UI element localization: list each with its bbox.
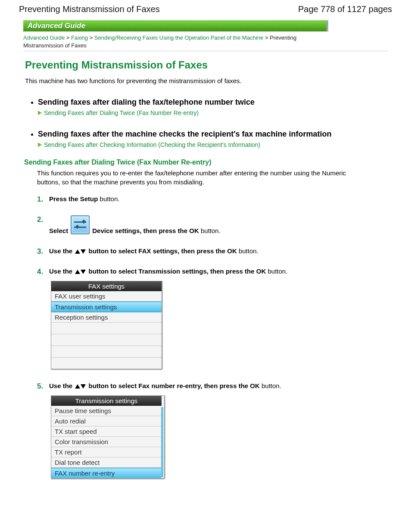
- intro-text: This machine has two functions for preve…: [25, 77, 386, 84]
- feature-2-link[interactable]: Sending Faxes after Checking Information…: [44, 141, 260, 148]
- lcd-row-selected: FAX number re-entry: [51, 468, 162, 478]
- lcd-row-empty: [51, 323, 162, 334]
- lcd-row: Reception settings: [51, 312, 162, 323]
- step-1: Press the Setup button.: [37, 195, 393, 202]
- arrow-right-icon: [38, 111, 42, 115]
- steps-list: Press the Setup button. Select Device se…: [37, 195, 393, 479]
- breadcrumb-faxing[interactable]: Faxing: [71, 34, 88, 41]
- feature-1-title: Sending faxes after dialing the fax/tele…: [38, 95, 385, 109]
- arrow-right-icon: [38, 143, 42, 147]
- page-header: Preventing Mistransmission of Faxes Page…: [18, 4, 393, 14]
- up-down-icon: [75, 270, 86, 274]
- step-5: Use the button to select Fax number re-e…: [37, 382, 393, 479]
- lcd-row-selected: Transmission settings: [51, 302, 162, 312]
- lcd-row: TX report: [51, 447, 162, 457]
- lcd-row: Auto redial: [51, 416, 162, 426]
- lcd-title: Transmission settings: [51, 396, 162, 406]
- lcd-row-empty: [51, 334, 162, 346]
- feature-2-title: Sending faxes after the machine checks t…: [38, 127, 385, 141]
- step-4: Use the button to select Transmission se…: [37, 268, 393, 369]
- section-description: This function requires you to re-enter t…: [37, 169, 363, 187]
- lcd-row: Dial tone detect: [51, 457, 162, 468]
- doc-title: Preventing Mistransmission of Faxes: [19, 4, 160, 14]
- feature-1-link[interactable]: Sending Faxes after Dialing Twice (Fax N…: [44, 109, 199, 116]
- lcd-row-empty: [51, 358, 162, 369]
- breadcrumb: Advanced Guide > Faxing > Sending/Receiv…: [23, 34, 299, 49]
- lcd-row-empty: [51, 346, 162, 358]
- breadcrumb-sending-receiving[interactable]: Sending/Receiving Faxes Using the Operat…: [94, 34, 263, 41]
- lcd-transmission-settings: Transmission settings Pause time setting…: [51, 395, 165, 479]
- divider: [23, 51, 388, 51]
- section-heading: Sending Faxes after Dialing Twice (Fax N…: [24, 159, 387, 166]
- page-title: Preventing Mistransmission of Faxes: [25, 59, 386, 71]
- lcd-fax-settings: FAX settings FAX user settings Transmiss…: [51, 281, 162, 369]
- device-settings-icon: [71, 215, 90, 234]
- lcd-row: Color transmission: [51, 437, 162, 447]
- page-indicator: Page 778 of 1127 pages: [298, 4, 392, 14]
- up-down-icon: [75, 249, 86, 254]
- lcd-title: FAX settings: [51, 281, 162, 291]
- up-down-icon: [75, 384, 86, 389]
- lcd-row: FAX user settings: [51, 291, 162, 302]
- step-2: Select Device settings, then press the O…: [37, 215, 393, 234]
- breadcrumb-advanced-guide[interactable]: Advanced Guide: [23, 34, 65, 41]
- feature-list: Sending faxes after dialing the fax/tele…: [38, 95, 385, 148]
- lcd-row: Pause time settings: [51, 406, 162, 416]
- banner-advanced-guide: Advanced Guide: [23, 20, 328, 31]
- step-3: Use the button to select FAX settings, t…: [37, 247, 393, 255]
- lcd-row: TX start speed: [51, 426, 162, 437]
